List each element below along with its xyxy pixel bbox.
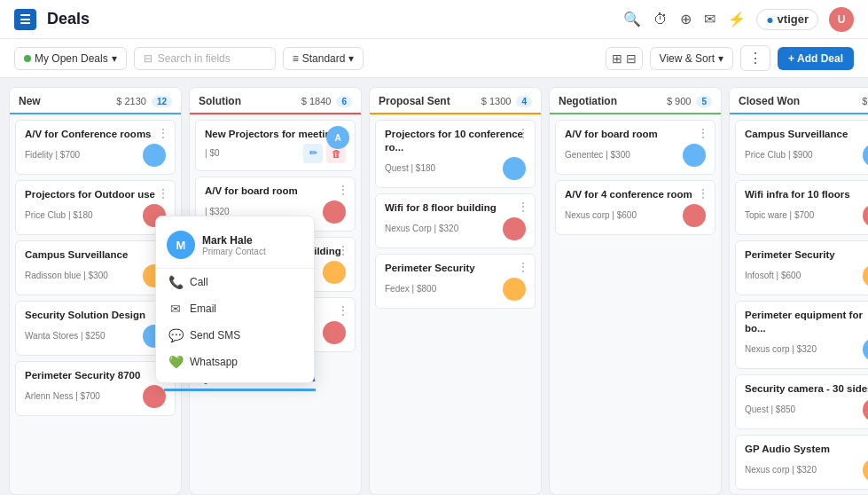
context-call[interactable]: 📞 Call <box>156 269 314 295</box>
card-sub: Quest | $850 <box>745 405 795 414</box>
contact-name: Mark Hale <box>202 234 266 247</box>
col-header-negotiation: Negotiation $ 900 5 <box>550 88 721 114</box>
more-icon[interactable]: ⋮ <box>517 200 529 214</box>
card-title: A/V for 4 conference room <box>565 188 706 201</box>
view-toggle[interactable]: ⊞ ⊟ <box>606 47 643 70</box>
add-deal-label: + Add Deal <box>788 52 843 65</box>
more-icon[interactable]: ⋮ <box>157 186 169 200</box>
card-avatar <box>863 398 868 421</box>
more-icon[interactable]: ⋮ <box>337 183 349 197</box>
card-sub: Fedex | $800 <box>385 284 436 294</box>
table-row[interactable]: Security camera - 30 sides Quest | $850 … <box>735 374 868 429</box>
context-email[interactable]: ✉ Email <box>156 295 314 322</box>
col-count-new: 12 <box>152 96 172 107</box>
vtiger-brand[interactable]: ● vtiger <box>756 9 818 30</box>
search-icon[interactable]: 🔍 <box>623 11 641 28</box>
table-row[interactable]: A/V for 4 conference room Nexus corp | $… <box>555 180 716 235</box>
card-sub: Nexus corp | $600 <box>565 210 637 220</box>
table-row[interactable]: Perimeter Security Fedex | $800 ⋮ <box>375 254 536 309</box>
card-avatar <box>503 278 526 301</box>
card-title: Perimeter equipment for bo... <box>745 309 868 335</box>
contact-header: M Mark Hale Primary Contact <box>156 224 314 269</box>
status-dot <box>24 55 31 62</box>
table-row[interactable]: Perimeter Security Infosoft | $600 ⋮ <box>735 240 868 295</box>
table-row[interactable]: Security Solution Design Wanta Stores | … <box>15 301 176 356</box>
card-title: Perimeter Security <box>385 262 526 275</box>
search-input[interactable]: ⊟ Search in fields <box>134 47 276 70</box>
card-title: A/V for board room <box>565 128 706 141</box>
card-avatar <box>323 261 346 284</box>
call-label: Call <box>190 276 208 288</box>
toolbar: My Open Deals ▾ ⊟ Search in fields ≡ Sta… <box>0 39 868 78</box>
table-row[interactable]: Campus Surveillance Price Club | $900 ⋮ <box>735 120 868 175</box>
card-sub: Arlenn Ness | $700 <box>25 391 100 401</box>
col-amount-new: $ 2130 <box>116 96 146 106</box>
card-sub: Radisson blue | $300 <box>25 271 108 280</box>
standard-btn[interactable]: ≡ Standard ▾ <box>283 47 364 70</box>
col-body-proposal: Projectors for 10 conference ro... Quest… <box>370 114 541 494</box>
col-header-solution: Solution $ 1840 6 <box>190 88 361 114</box>
more-options-btn[interactable]: ⋮ <box>740 45 770 71</box>
col-amount-solution: $ 1840 <box>301 96 332 106</box>
table-row[interactable]: Wifi for 8 floor building Nexus Corp | $… <box>375 193 536 248</box>
history-icon[interactable]: ⏱ <box>653 12 668 28</box>
hamburger-icon[interactable]: ☰ <box>14 9 36 30</box>
table-row[interactable]: A/V for Conference rooms Fidelity | $700… <box>15 120 176 175</box>
standard-label: Standard <box>302 52 346 65</box>
col-body-negotiation: A/V for board room Genentec | $300 ⋮ A/V… <box>550 114 721 494</box>
more-icon[interactable]: ⋮ <box>517 260 529 274</box>
sms-label: Send SMS <box>190 329 240 342</box>
view-sort-label: View & Sort <box>660 52 715 65</box>
user-avatar[interactable]: U <box>829 7 854 32</box>
card-sub: Price Club | $180 <box>25 210 93 220</box>
card-title: Perimeter Security 8700 <box>25 369 166 382</box>
brand-label: vtiger <box>778 12 809 26</box>
col-header-proposal: Proposal Sent $ 1300 4 <box>370 88 541 114</box>
card-avatar <box>863 264 868 287</box>
col-title-solution: Solution <box>199 95 241 107</box>
my-open-deals-label: My Open Deals <box>35 52 108 65</box>
filter-icon: ⊟ <box>144 52 152 65</box>
card-sub: Fidelity | $700 <box>25 150 80 160</box>
table-row[interactable]: Campus Surveillance Radisson blue | $300… <box>15 240 176 295</box>
table-row[interactable]: GP Audio System Nexus corp | $320 ⋮ <box>735 435 868 490</box>
card-title: A/V for Conference rooms <box>25 128 166 141</box>
context-sms[interactable]: 💬 Send SMS <box>156 322 314 349</box>
more-icon[interactable]: ⋮ <box>157 126 169 140</box>
card-title: New Projectors for meeting <box>205 128 346 141</box>
table-row[interactable]: Projectors for 10 conference ro... Quest… <box>375 120 536 188</box>
my-open-deals-btn[interactable]: My Open Deals ▾ <box>14 47 127 70</box>
card-title: Security camera - 30 sides <box>745 382 868 396</box>
lightning-icon[interactable]: ⚡ <box>728 11 746 28</box>
more-icon[interactable]: ⋮ <box>337 243 349 257</box>
card-sub: Quest | $180 <box>385 163 435 173</box>
card-sub: Nexus corp | $320 <box>745 465 817 475</box>
table-row[interactable]: Perimeter equipment for bo... Nexus corp… <box>735 301 868 369</box>
table-row[interactable]: Wifi infra for 10 floors Topic ware | $7… <box>735 180 868 235</box>
add-deal-button[interactable]: + Add Deal <box>778 47 854 70</box>
table-row[interactable]: Projectors for Outdoor use Price Club | … <box>15 180 176 235</box>
phone-icon: 📞 <box>168 275 183 289</box>
table-row[interactable]: New Projectors for meeting | $0 ✏ 🗑 A <box>195 120 356 171</box>
view-sort-btn[interactable]: View & Sort ▾ <box>650 47 733 70</box>
table-row[interactable]: Perimeter Security 8700 Arlenn Ness | $7… <box>15 361 176 416</box>
card-title: Perimeter Security <box>745 248 868 262</box>
card-title: A/V for board room <box>205 185 346 198</box>
table-row[interactable]: A/V for board room Genentec | $300 ⋮ <box>555 120 716 175</box>
more-icon[interactable]: ⋮ <box>697 126 709 140</box>
context-whatsapp[interactable]: 💚 Whatsapp <box>156 349 314 375</box>
more-icon[interactable]: ⋮ <box>697 186 709 200</box>
card-avatar <box>323 321 346 344</box>
col-count-solution: 6 <box>336 96 352 107</box>
col-title-closed: Closed Won <box>739 95 800 107</box>
sms-icon: 💬 <box>168 328 183 342</box>
more-icon[interactable]: ⋮ <box>517 126 529 140</box>
more-icon[interactable]: ⋮ <box>337 303 349 318</box>
col-amount-proposal: $ 1300 <box>481 96 512 106</box>
edit-icon[interactable]: ✏ <box>303 144 323 163</box>
mail-icon[interactable]: ✉ <box>704 11 716 28</box>
grid-icon: ⊞ <box>612 51 622 66</box>
contact-role: Primary Contact <box>202 247 266 256</box>
add-icon[interactable]: ⊕ <box>680 11 692 28</box>
page-title: Deals <box>47 10 613 28</box>
